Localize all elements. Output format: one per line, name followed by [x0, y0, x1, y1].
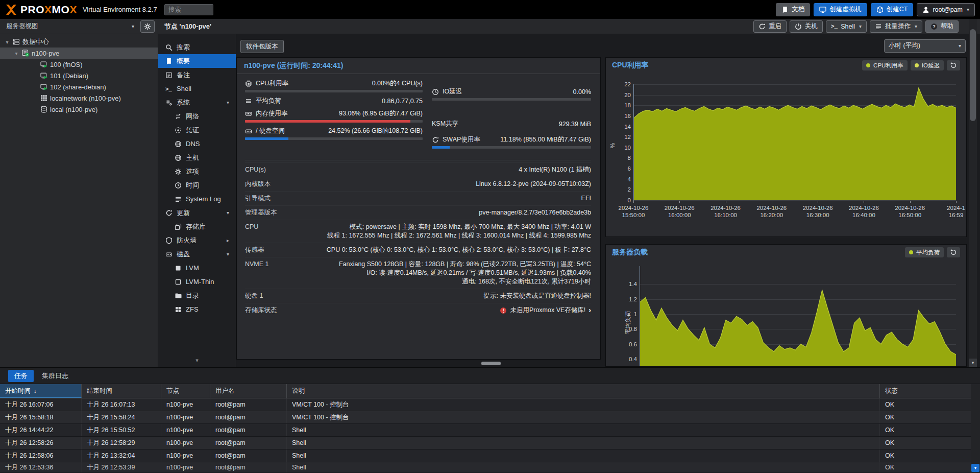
- nav-item[interactable]: LVM: [158, 261, 236, 275]
- nav-item[interactable]: 选项: [158, 164, 236, 178]
- user-menu-button[interactable]: root@pam: [917, 3, 975, 16]
- log-tab[interactable]: 集群日志: [36, 370, 75, 382]
- task-start-time: 十月 26 16:07:06: [0, 398, 82, 411]
- legend-toggle[interactable]: IO延迟: [911, 60, 944, 70]
- tree-item-label: localnetwork (n100-pve): [50, 94, 121, 102]
- horizontal-scrollbar-thumb[interactable]: [481, 362, 501, 365]
- task-table-scrollbar[interactable]: ▾: [971, 384, 980, 473]
- detail-value: 4 x Intel(R) N100 (1 插槽): [322, 165, 591, 174]
- stat-row: IO延迟 0.00%: [432, 87, 591, 101]
- task-start-time: 十月 26 14:44:22: [0, 424, 82, 436]
- gauges: CPU利用率 0.00%的4 CPU(s) 平均负荷 0.86,0.77,0.7…: [245, 79, 591, 153]
- task-column-header[interactable]: 开始时间: [0, 384, 82, 398]
- tree-item[interactable]: 100 (fnOS): [0, 59, 158, 70]
- task-row[interactable]: 十月 26 16:07:06 十月 26 16:07:13 n100-pve r…: [0, 398, 980, 411]
- nav-item[interactable]: 主机: [158, 151, 236, 164]
- tree-expander[interactable]: [13, 51, 19, 56]
- y-tick-label: 2: [628, 186, 634, 193]
- nav-item[interactable]: 概要: [158, 54, 236, 68]
- tree-item[interactable]: 101 (Debian): [0, 70, 158, 81]
- nav-item[interactable]: System Log: [158, 192, 236, 206]
- create-vm-button[interactable]: 创建虚拟机: [814, 3, 867, 16]
- nav-item[interactable]: >_ Shell: [158, 82, 236, 96]
- scrollbar-thumb[interactable]: [970, 29, 976, 121]
- nav-item-label: 概要: [177, 57, 223, 66]
- docs-button[interactable]: 文档: [776, 3, 810, 16]
- task-column-header[interactable]: 说明: [287, 384, 880, 398]
- nav-item[interactable]: 磁盘: [158, 247, 236, 261]
- shutdown-label: 关机: [805, 22, 818, 31]
- scroll-down-button[interactable]: ▾: [969, 359, 977, 367]
- tree-item[interactable]: n100-pve: [0, 48, 158, 59]
- nav-item[interactable]: 目录: [158, 289, 236, 302]
- task-column-header[interactable]: 结束时间: [82, 384, 161, 398]
- nav-item[interactable]: 更新: [158, 206, 236, 220]
- warning-icon: [500, 307, 507, 314]
- chevron-right-icon[interactable]: ›: [589, 306, 591, 315]
- chart-undo-zoom-button[interactable]: [947, 60, 960, 70]
- legend-dot: [915, 63, 919, 67]
- nav-item[interactable]: 备注: [158, 68, 236, 82]
- x-tick: [818, 201, 818, 203]
- nav-item[interactable]: 网络: [158, 109, 236, 123]
- nav-item[interactable]: 系统: [158, 96, 236, 109]
- period-label: 小时 (平均): [889, 41, 958, 50]
- task-column-header[interactable]: 节点: [161, 384, 210, 398]
- nav-item[interactable]: 时间: [158, 178, 236, 192]
- legend-toggle[interactable]: 平均负荷: [905, 247, 944, 257]
- log-tab[interactable]: 任务: [8, 370, 34, 382]
- nav-item[interactable]: 防火墙: [158, 233, 236, 247]
- nav-expander-icon[interactable]: [227, 238, 232, 243]
- view-selector[interactable]: 服务器视图: [3, 20, 137, 33]
- bulk-actions-button[interactable]: 批量操作: [870, 20, 922, 33]
- tree-settings-button[interactable]: [140, 20, 155, 33]
- shell-button[interactable]: >_ Shell: [826, 20, 867, 33]
- global-search-input[interactable]: [164, 4, 213, 15]
- content-column: 软件包版本 n100-pve (运行时间: 20:44:41) CPU利用率 0…: [232, 34, 602, 367]
- legend-toggle[interactable]: CPU利用率: [862, 60, 908, 70]
- tree-item[interactable]: localnetwork (n100-pve): [0, 92, 158, 104]
- nav-expander-icon[interactable]: [227, 210, 232, 216]
- terminal-icon: >_: [165, 85, 173, 92]
- task-row[interactable]: 十月 26 14:44:22 十月 26 15:50:52 n100-pve r…: [0, 424, 980, 437]
- main-scrollbar[interactable]: ▾: [969, 19, 977, 367]
- nav-expander-icon[interactable]: [227, 251, 232, 257]
- create-ct-button[interactable]: 创建CT: [871, 3, 914, 16]
- package-versions-button[interactable]: 软件包版本: [240, 40, 284, 53]
- task-scroll-down-button[interactable]: ▾: [971, 464, 979, 472]
- task-row[interactable]: 十月 26 12:53:36 十月 26 12:53:39 n100-pve r…: [0, 462, 980, 473]
- nav-item[interactable]: ZFS: [158, 302, 236, 316]
- nav-item[interactable]: LVM-Thin: [158, 275, 236, 289]
- task-row[interactable]: 十月 26 15:58:18 十月 26 15:58:24 n100-pve r…: [0, 411, 980, 424]
- task-column-header[interactable]: 用户名: [210, 384, 287, 398]
- tree-item[interactable]: 数据中心: [0, 36, 158, 48]
- list-icon: [875, 23, 882, 30]
- task-column-header[interactable]: 状态: [880, 384, 980, 398]
- x-tick-label: 2024-116:59: [947, 204, 965, 219]
- nav-expander-icon[interactable]: [227, 100, 232, 105]
- stat-progressbar: [432, 98, 591, 101]
- task-row[interactable]: 十月 26 12:58:06 十月 26 13:32:04 n100-pve r…: [0, 450, 980, 462]
- stat-value: 93.06% (6.95 GiB的7.47 GiB): [339, 109, 423, 118]
- shutdown-button[interactable]: 关机: [790, 20, 823, 33]
- clock-icon: [432, 88, 439, 96]
- gear-icon: [144, 23, 151, 30]
- nav-item[interactable]: 搜索: [158, 40, 236, 54]
- period-select[interactable]: 小时 (平均): [884, 39, 966, 53]
- detail-label: NVME 1: [245, 260, 322, 286]
- x-tick-label: 2024-10-2616:50:00: [895, 204, 925, 219]
- stat-row: 平均负荷 0.86,0.77,0.75: [245, 97, 423, 105]
- reboot-button[interactable]: 重启: [753, 20, 787, 33]
- nav-item[interactable]: DNS: [158, 137, 236, 151]
- nav-scroll-more-icon[interactable]: ▾: [158, 355, 236, 367]
- task-row[interactable]: 十月 26 12:58:26 十月 26 12:58:29 n100-pve r…: [0, 437, 980, 450]
- x-tick: [910, 201, 911, 203]
- help-button[interactable]: ? 帮助: [925, 20, 959, 33]
- tree-expander[interactable]: [4, 39, 10, 45]
- nav-item[interactable]: 凭证: [158, 123, 236, 137]
- tree-item[interactable]: local (n100-pve): [0, 104, 158, 115]
- tree-item[interactable]: 102 (share-debian): [0, 81, 158, 92]
- nav-item[interactable]: 存储库: [158, 220, 236, 233]
- legend-label: CPU利用率: [873, 62, 903, 69]
- chart-undo-zoom-button[interactable]: [947, 247, 960, 257]
